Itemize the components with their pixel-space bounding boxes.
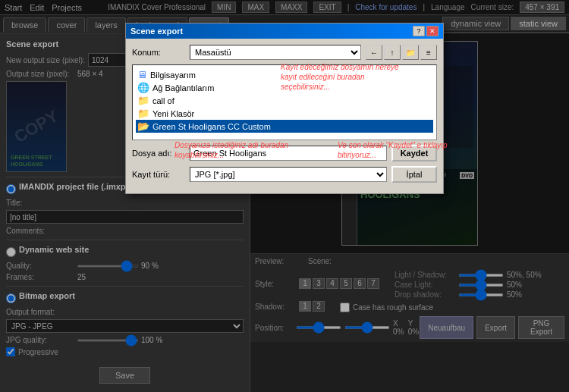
folder-icon-yeni: 📁 bbox=[137, 108, 149, 119]
up-button[interactable]: ↑ bbox=[384, 45, 401, 60]
kayit-turu-label: Kayıt türü: bbox=[132, 170, 185, 179]
kaydet-button[interactable]: Kaydet bbox=[391, 145, 437, 162]
kayit-turu-select[interactable]: JPG [*.jpg] bbox=[190, 167, 387, 182]
dosya-adi-label: Dosya adı: bbox=[132, 149, 185, 158]
tree-item-yeniklasor[interactable]: 📁 Yeni Klasör bbox=[136, 107, 433, 120]
dosya-adi-row: Dosya adı: Kaydet bbox=[132, 145, 437, 162]
file-tree[interactable]: 🖥 Bilgisayarım 🌐 Ağ Bağlantılarım 📁 call… bbox=[132, 64, 437, 140]
pc-icon: 🖥 bbox=[137, 69, 147, 80]
konum-row: Konum: Masaüstü ← ↑ 📁 ≡ bbox=[132, 45, 437, 60]
view-toggle-button[interactable]: ≡ bbox=[420, 45, 437, 60]
dialog-titlebar: Scene export ? ✕ bbox=[126, 24, 443, 39]
scene-export-dialog: Scene export ? ✕ Konum: Masaüstü ← ↑ 📁 ≡ bbox=[125, 23, 444, 194]
dialog-controls: ? ✕ bbox=[413, 26, 439, 36]
iptal-button[interactable]: İptal bbox=[391, 166, 437, 183]
konum-select[interactable]: Masaüstü bbox=[190, 45, 361, 60]
tree-item-ag[interactable]: 🌐 Ağ Bağlantılarım bbox=[136, 81, 433, 94]
network-icon: 🌐 bbox=[137, 82, 149, 93]
dialog-overlay: Scene export ? ✕ Konum: Masaüstü ← ↑ 📁 ≡ bbox=[0, 0, 569, 392]
konum-toolbar: ← ↑ 📁 ≡ bbox=[366, 45, 437, 60]
tree-item-bilgisayar[interactable]: 🖥 Bilgisayarım bbox=[136, 68, 433, 81]
konum-label: Konum: bbox=[132, 48, 185, 57]
dialog-body: Konum: Masaüstü ← ↑ 📁 ≡ 🖥 Bilgisayarım bbox=[126, 39, 443, 193]
back-button[interactable]: ← bbox=[366, 45, 382, 60]
dosya-adi-input[interactable] bbox=[190, 146, 387, 161]
dialog-close-button[interactable]: ✕ bbox=[426, 26, 439, 36]
tree-item-callof[interactable]: 📁 call of bbox=[136, 94, 433, 107]
kayit-turu-row: Kayıt türü: JPG [*.jpg] İptal bbox=[132, 166, 437, 183]
new-folder-button[interactable]: 📁 bbox=[402, 45, 419, 60]
folder-icon-callof: 📁 bbox=[137, 95, 149, 106]
dialog-help-button[interactable]: ? bbox=[413, 26, 425, 36]
folder-open-icon: 📂 bbox=[137, 121, 149, 132]
tree-item-green-st[interactable]: 📂 Green St Hooligans CC Custom bbox=[136, 120, 433, 133]
dialog-title: Scene export bbox=[130, 27, 183, 36]
